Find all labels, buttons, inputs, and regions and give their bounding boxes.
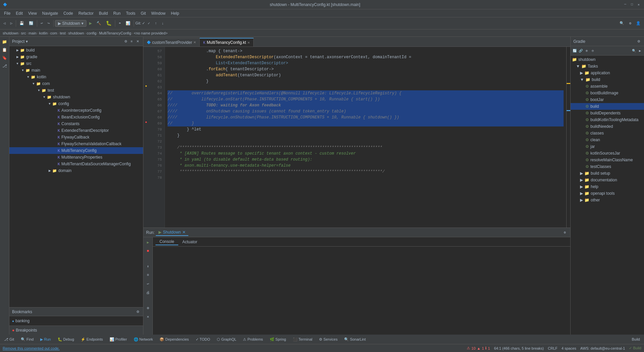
menu-git[interactable]: Git (138, 10, 148, 16)
project-collapse-btn[interactable]: ≡ (129, 39, 134, 44)
git-push-btn[interactable]: ↑ (153, 19, 159, 28)
bookmark-banking[interactable]: ● banking (12, 318, 140, 324)
run-play-btn[interactable]: ▶ (144, 239, 152, 246)
gradle-item-openapi[interactable]: ▶ 📁 openapi tools (571, 190, 644, 197)
gradle-item-tasks[interactable]: ▼ 📁 Tasks (571, 63, 644, 70)
tree-item-axon[interactable]: K AxonInterceptorConfig (9, 107, 143, 114)
run-settings-btn[interactable]: ⚙ (144, 304, 152, 312)
menu-file[interactable]: File (1, 10, 13, 16)
run-print-btn[interactable]: 🖨 (144, 289, 152, 296)
find-tool-btn[interactable]: 🔍 Find (18, 337, 36, 342)
tree-item-main[interactable]: ▼ 📁 main (9, 67, 143, 74)
title-bar-controls[interactable]: ─ □ ✕ (623, 2, 641, 7)
gradle-item-shutdown[interactable]: 📁 shutdown (571, 56, 644, 63)
search-everywhere-btn[interactable]: 🔍 (618, 19, 626, 28)
gradle-settings-btn[interactable]: ⚙ (636, 39, 641, 44)
run-stop-btn[interactable]: ■ (144, 247, 152, 255)
maximize-button[interactable]: □ (629, 2, 635, 7)
run-tab-close[interactable]: ✕ (182, 230, 186, 235)
tree-item-flyway-schema[interactable]: K FlywaySchemaValidationCallback (9, 141, 143, 147)
todo-tool-btn[interactable]: ✓ TODO (193, 337, 213, 342)
project-dropdown-icon[interactable]: ▾ (26, 39, 28, 44)
gradle-task-jar[interactable]: ⚙ jar (571, 143, 644, 150)
close-button[interactable]: ✕ (636, 2, 641, 7)
settings-btn[interactable]: ⚙ (627, 19, 633, 28)
bookmarks-settings[interactable]: ⚙ (135, 309, 140, 315)
breadcrumb-item-com[interactable]: com (50, 31, 57, 35)
tree-item-multitenant-datasource[interactable]: K MultiTenantDataSourceManagerConfig (9, 161, 143, 167)
gradle-expand-btn[interactable]: ⊕ (584, 48, 589, 54)
profiler-tool-btn[interactable]: 📊 Profiler (107, 337, 130, 342)
run-config-selector[interactable]: ▶ Shutdown ▾ (55, 20, 86, 27)
toolbar-back-btn[interactable]: ◁ (1, 19, 8, 28)
indent-indicator[interactable]: 4 spaces (562, 346, 576, 350)
tree-item-shutdown[interactable]: ▼ 📁 shutdown (9, 94, 143, 100)
breadcrumb-item-config[interactable]: config (87, 31, 96, 35)
gradle-task-buildneeded[interactable]: ⚙ buildNeeded (571, 123, 644, 130)
run-button[interactable]: ▶ (87, 19, 94, 28)
gradle-task-build[interactable]: ⚙ build (571, 103, 644, 110)
services-tool-btn[interactable]: ⚙ Services (316, 337, 340, 342)
gradle-task-builddependents[interactable]: ⚙ buildDependents (571, 110, 644, 116)
gradle-item-documentation[interactable]: ▶ 📁 documentation (571, 177, 644, 183)
aws-indicator[interactable]: AWS: default@eu-central-1 (580, 346, 625, 350)
gradle-link-btn[interactable]: 🔗 (578, 48, 583, 54)
structure-strip-icon[interactable]: 📋 (1, 46, 8, 54)
actuator-tab[interactable]: Actuator (178, 239, 201, 245)
toolbar-coverage-btn[interactable]: ☂ (117, 19, 123, 28)
tree-item-extended[interactable]: K ExtendedTenantDescriptor (9, 127, 143, 134)
menu-refactor[interactable]: Refactor (76, 10, 96, 16)
encoding-indicator[interactable]: CRLF (548, 346, 558, 350)
build-tool-btn[interactable]: Build (629, 337, 643, 342)
tree-item-src[interactable]: ▼ 📁 src (9, 60, 143, 67)
git-tool-btn[interactable]: ⎇ Git (1, 337, 17, 342)
dependencies-tool-btn[interactable]: 📦 Dependencies (157, 337, 191, 342)
graphql-tool-btn[interactable]: ⬡ GraphQL (214, 337, 239, 342)
menu-window[interactable]: Window (148, 10, 168, 16)
console-tab[interactable]: Console (155, 239, 178, 245)
breadcrumb-item-kotlin[interactable]: kotlin (39, 31, 48, 35)
gradle-task-clean[interactable]: ⚙ clean (571, 137, 644, 143)
run-close-btn[interactable]: ✕ (144, 313, 152, 320)
problems-tool-btn[interactable]: ⚠ Problems (240, 337, 265, 342)
tree-item-build[interactable]: ▶ 📁 build (9, 47, 143, 54)
tab-custom-tenant[interactable]: 🔷 customTenantProvider ✕ (143, 38, 200, 47)
gradle-task-bootbuildimage[interactable]: ⚙ bootBuildImage (571, 90, 644, 96)
gradle-run-btn[interactable]: ▶ (637, 48, 643, 54)
gradle-task-assemble[interactable]: ⚙ assemble (571, 83, 644, 90)
breadcrumb-item-shutdown2[interactable]: shutdown (68, 31, 84, 35)
breadcrumb-item-main[interactable]: main (28, 31, 37, 35)
menu-tools[interactable]: Tools (123, 10, 138, 16)
run-shutdown-tab[interactable]: ▶ Shutdown ✕ (156, 229, 188, 236)
gradle-item-help[interactable]: ▶ 📁 help (571, 183, 644, 190)
avatar-btn[interactable]: 👤 (634, 19, 643, 28)
run-tool-btn[interactable]: ▶ Run (38, 337, 53, 342)
tab-close-active-btn[interactable]: ✕ (247, 41, 250, 45)
tree-item-config[interactable]: ▼ 📁 config (9, 100, 143, 107)
build-button[interactable]: 🔨 (94, 19, 103, 28)
gradle-refresh-btn[interactable]: 🔄 (572, 48, 577, 54)
gradle-task-buildkotlin[interactable]: ⚙ buildKotlinToolingMetadata (571, 116, 644, 123)
run-scroll-btn[interactable]: ⬇ (144, 263, 152, 270)
tree-item-flyway[interactable]: K FlywayCallback (9, 134, 143, 141)
menu-edit[interactable]: Edit (13, 10, 25, 16)
toolbar-redo-btn[interactable]: ↪ (46, 19, 52, 28)
code-content[interactable]: .map { tenant-> ExtendedTenantDescriptor… (165, 47, 566, 228)
tree-item-multitenancy-props[interactable]: K MultitenancyProperties (9, 154, 143, 161)
error-indicator[interactable]: ⚠ 10 ▲ 1 ℹ 1 (467, 346, 490, 350)
run-filter-btn[interactable]: ≡ (144, 271, 152, 279)
git-commit-btn[interactable]: ✓ (146, 19, 152, 28)
gradle-item-build[interactable]: ▼ 📁 build (571, 76, 644, 83)
endpoints-tool-btn[interactable]: ⚡ Endpoints (78, 337, 106, 342)
debug-button[interactable]: 🐛 (104, 19, 114, 28)
project-strip-icon[interactable]: 📁 (1, 38, 8, 46)
position-indicator[interactable]: 64:1 (466 chars, 5 line breaks) (494, 346, 544, 350)
minimize-button[interactable]: ─ (623, 2, 628, 7)
toolbar-forward-btn[interactable]: ▷ (8, 19, 15, 28)
notification-text[interactable]: Remove this commented out code. (3, 346, 60, 350)
menu-view[interactable]: View (25, 10, 40, 16)
spring-tool-btn[interactable]: 🌿 Spring (267, 337, 289, 342)
git-strip-icon[interactable]: ⎇ (1, 62, 8, 70)
toolbar-profile-btn[interactable]: 📊 (124, 19, 132, 28)
network-tool-btn[interactable]: 🌐 Network (131, 337, 155, 342)
